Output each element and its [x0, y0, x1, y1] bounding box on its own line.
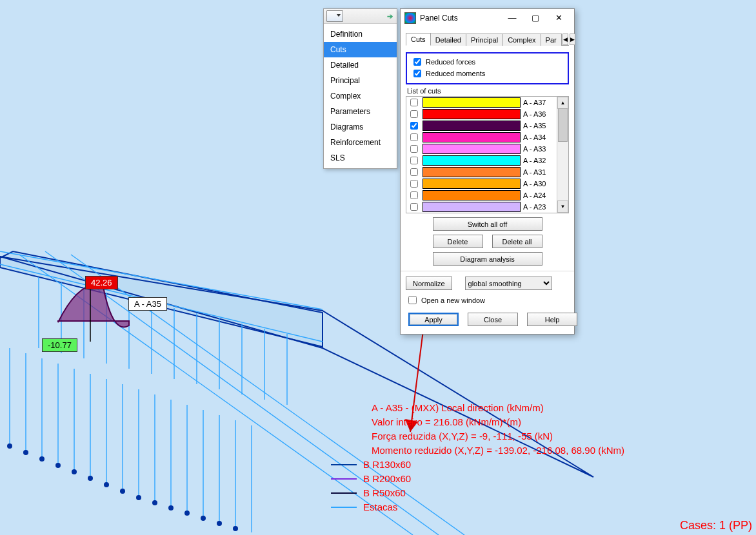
- cut-label: A - A37: [523, 99, 555, 106]
- open-new-window-input[interactable]: [408, 296, 417, 304]
- close-button[interactable]: Close: [468, 313, 518, 326]
- cut-color-swatch: [423, 97, 521, 108]
- cut-label: A - A34: [523, 133, 555, 141]
- palette-next-arrow-icon[interactable]: ➔: [385, 12, 394, 21]
- cut-checkbox[interactable]: [410, 203, 418, 211]
- scroll-up-button[interactable]: ▲: [557, 97, 568, 109]
- cut-checkbox[interactable]: [410, 180, 418, 188]
- legend-label: B R50x60: [363, 486, 406, 500]
- diagram-analysis-button[interactable]: Diagram analysis: [433, 252, 542, 266]
- svg-point-36: [23, 450, 28, 455]
- scrollbar[interactable]: ▲ ▼: [557, 97, 568, 213]
- switch-all-off-button[interactable]: Switch all off: [433, 217, 542, 231]
- cut-row[interactable]: A - A34: [406, 131, 557, 143]
- open-new-window-label: Open a new window: [421, 297, 485, 304]
- cut-checkbox[interactable]: [410, 145, 418, 153]
- svg-point-48: [217, 521, 222, 526]
- results-info: A - A35 - (MXX) Local direction (kNm/m) …: [331, 401, 624, 514]
- cases-label: Cases: 1 (PP): [680, 519, 752, 532]
- tab-cuts[interactable]: Cuts: [406, 33, 431, 46]
- palette-image-dropdown-button[interactable]: [326, 10, 343, 22]
- help-button[interactable]: Help: [527, 313, 577, 326]
- cut-row[interactable]: A - A24: [406, 190, 557, 201]
- svg-point-40: [88, 476, 93, 481]
- cut-row[interactable]: A - A36: [406, 108, 557, 120]
- property-item-complex[interactable]: Complex: [324, 88, 397, 104]
- smoothing-select[interactable]: global smoothing: [465, 277, 552, 290]
- info-line-1: A - A35 - (MXX) Local direction (kNm/m): [372, 401, 624, 415]
- legend-item: B R130x60: [331, 458, 624, 472]
- property-item-definition[interactable]: Definition: [324, 26, 397, 42]
- svg-point-42: [120, 489, 125, 494]
- tab-principal[interactable]: Principal: [466, 34, 503, 46]
- palette-toolbar[interactable]: ➔: [324, 9, 397, 24]
- property-item-parameters[interactable]: Parameters: [324, 104, 397, 119]
- window-close-button[interactable]: ✕: [547, 11, 570, 25]
- legend-item: Estacas: [331, 500, 624, 514]
- tab-par[interactable]: Par: [541, 34, 562, 46]
- cut-label: A - A23: [523, 203, 555, 211]
- cut-label: A - A32: [523, 157, 555, 164]
- svg-point-44: [152, 500, 157, 505]
- cut-color-swatch: [423, 190, 521, 200]
- reduced-forces-checkbox[interactable]: Reduced forces: [411, 56, 564, 68]
- svg-point-38: [55, 463, 61, 468]
- tab-complex[interactable]: Complex: [502, 34, 541, 46]
- svg-point-39: [72, 469, 77, 474]
- cut-checkbox[interactable]: [410, 99, 418, 106]
- property-item-sls[interactable]: SLS: [324, 150, 397, 166]
- window-maximize-button[interactable]: ▢: [524, 11, 547, 25]
- svg-point-35: [7, 443, 12, 449]
- window-minimize-button[interactable]: —: [501, 11, 524, 25]
- cut-checkbox[interactable]: [410, 168, 418, 176]
- legend-swatch: [331, 507, 357, 508]
- svg-point-45: [168, 505, 174, 511]
- cut-checkbox[interactable]: [410, 110, 418, 118]
- normalize-button[interactable]: Normalize: [406, 277, 452, 290]
- cut-checkbox[interactable]: [410, 122, 418, 130]
- value-min-label: -10.77: [42, 338, 77, 352]
- svg-point-37: [39, 456, 45, 462]
- tab-scroll-right-button[interactable]: ▶: [570, 34, 575, 45]
- reduced-forces-input[interactable]: [413, 58, 421, 66]
- property-item-diagrams[interactable]: Diagrams: [324, 119, 397, 135]
- cut-checkbox[interactable]: [410, 157, 418, 164]
- svg-point-41: [104, 482, 109, 487]
- property-item-cuts[interactable]: Cuts: [324, 42, 397, 57]
- delete-all-button[interactable]: Delete all: [492, 235, 542, 248]
- apply-button[interactable]: Apply: [408, 313, 459, 326]
- cut-row[interactable]: A - A33: [406, 143, 557, 155]
- cut-row[interactable]: A - A32: [406, 155, 557, 166]
- delete-button[interactable]: Delete: [433, 235, 483, 248]
- scroll-thumb[interactable]: [558, 108, 568, 142]
- property-item-detailed[interactable]: Detailed: [324, 57, 397, 73]
- svg-point-43: [136, 495, 141, 500]
- cut-label: A - A24: [523, 191, 555, 199]
- reduced-moments-checkbox[interactable]: Reduced moments: [411, 68, 564, 79]
- cut-row[interactable]: A - A31: [406, 166, 557, 178]
- legend-label: Estacas: [363, 500, 397, 514]
- info-line-4: Momento reduzido (X,Y,Z) = -139.02, -216…: [372, 443, 624, 458]
- properties-palette[interactable]: ➔ DefinitionCutsDetailedPrincipalComplex…: [323, 8, 397, 169]
- property-item-reinforcement[interactable]: Reinforcement: [324, 135, 397, 150]
- dialog-titlebar[interactable]: Panel Cuts — ▢ ✕: [401, 9, 574, 27]
- legend-swatch: [331, 492, 357, 494]
- cut-row[interactable]: A - A23: [406, 201, 557, 213]
- cut-color-swatch: [423, 144, 521, 154]
- list-of-cuts-label: List of cuts: [407, 87, 569, 95]
- property-item-principal[interactable]: Principal: [324, 73, 397, 88]
- tab-detailed[interactable]: Detailed: [430, 34, 466, 46]
- scroll-down-button[interactable]: ▼: [557, 200, 568, 213]
- cut-checkbox[interactable]: [410, 133, 418, 141]
- cut-label: A - A30: [523, 180, 555, 188]
- cut-row[interactable]: A - A30: [406, 178, 557, 190]
- open-new-window-checkbox[interactable]: Open a new window: [406, 294, 569, 306]
- tabs-bar: CutsDetailedPrincipalComplexPar◀▶: [406, 32, 569, 46]
- panel-cuts-dialog[interactable]: Panel Cuts — ▢ ✕ CutsDetailedPrincipalCo…: [400, 8, 575, 335]
- cuts-list[interactable]: A - A37A - A36A - A35A - A34A - A33A - A…: [406, 96, 569, 213]
- tab-scroll-left-button[interactable]: ◀: [562, 34, 568, 45]
- cut-row[interactable]: A - A35: [406, 120, 557, 131]
- reduced-moments-input[interactable]: [413, 70, 421, 77]
- cut-checkbox[interactable]: [410, 191, 418, 199]
- cut-row[interactable]: A - A37: [406, 97, 557, 108]
